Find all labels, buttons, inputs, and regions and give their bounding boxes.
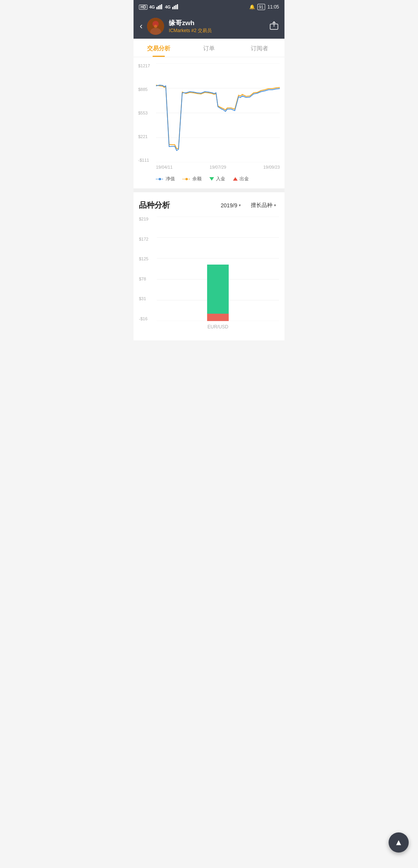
svg-rect-28 [207, 265, 229, 314]
date-dropdown-arrow: ▾ [239, 203, 241, 207]
type-filter-label: 擅长品种 [251, 202, 272, 209]
signal-4g-2: 4G [165, 5, 171, 9]
back-button[interactable]: ‹ [140, 21, 142, 31]
type-filter-dropdown[interactable]: 擅长品种 ▾ [248, 200, 279, 210]
bar-chart-y-labels: -$16 $31 $78 $125 $172 $219 [139, 217, 157, 321]
withdrawal-icon [233, 177, 238, 181]
svg-rect-4 [172, 7, 173, 9]
mute-icon: 🔔 [249, 4, 255, 10]
svg-rect-5 [174, 6, 175, 9]
tab-trading-analysis[interactable]: 交易分析 [134, 39, 184, 57]
type-dropdown-arrow: ▾ [274, 203, 276, 207]
legend-withdrawal-label: 出金 [240, 176, 249, 182]
time-display: 11:05 [267, 4, 279, 10]
svg-rect-0 [156, 7, 158, 9]
bar-chart-x-labels: EUR/USD [157, 321, 279, 333]
y-label-2: $885 [138, 87, 156, 92]
bar-y-label-2: $172 [139, 237, 157, 241]
analysis-controls: 2019/9 ▾ 擅长品种 ▾ [218, 200, 279, 210]
x-label-2: 19/07/29 [210, 165, 226, 169]
tabs: 交易分析 订单 订阅者 [134, 39, 284, 57]
date-filter-dropdown[interactable]: 2019/9 ▾ [218, 201, 244, 210]
svg-rect-6 [175, 5, 176, 9]
svg-rect-2 [159, 5, 161, 9]
battery-indicator: 91 [257, 4, 265, 10]
legend-deposit-label: 入金 [216, 176, 225, 182]
user-name: 缘哥zwh [169, 19, 265, 27]
legend-equity-label: 净值 [166, 176, 175, 182]
header: ‹ 缘哥zwh ICMarkets #2 交易员 [134, 14, 284, 39]
bar-y-label-6: -$16 [139, 316, 157, 321]
section-divider [134, 188, 284, 192]
chart-legend: 净值 余额 入金 出金 [138, 172, 280, 185]
header-info: 缘哥zwh ICMarkets #2 交易员 [169, 19, 265, 34]
signal-bars [156, 4, 163, 10]
line-chart-area: -$111 $221 $553 $885 $1217 19/04/11 [138, 63, 280, 172]
y-label-1: $1217 [138, 63, 156, 68]
bar-chart-svg [157, 217, 279, 321]
analysis-title: 品种分析 [139, 200, 170, 210]
status-bar: HD 4G 4G 🔔 91 11:05 [134, 0, 284, 14]
chart-x-labels: 19/04/11 19/07/29 19/09/23 [156, 162, 280, 172]
chart-svg [156, 63, 280, 162]
bar-y-label-3: $125 [139, 256, 157, 261]
y-label-5: -$111 [138, 158, 156, 162]
legend-deposit: 入金 [209, 176, 225, 182]
chart-y-labels: -$111 $221 $553 $885 $1217 [138, 63, 156, 162]
svg-rect-7 [177, 4, 178, 9]
svg-rect-29 [207, 314, 229, 321]
hd-badge: HD [139, 5, 147, 10]
deposit-icon [209, 177, 214, 181]
user-subtitle: ICMarkets #2 交易员 [169, 27, 265, 34]
y-label-3: $553 [138, 111, 156, 115]
x-label-3: 19/09/23 [263, 165, 280, 169]
analysis-header: 品种分析 2019/9 ▾ 擅长品种 ▾ [139, 200, 279, 210]
x-label-1: 19/04/11 [156, 165, 173, 169]
svg-point-21 [185, 178, 188, 180]
tab-orders[interactable]: 订单 [184, 39, 234, 57]
bar-chart-section: 品种分析 2019/9 ▾ 擅长品种 ▾ -$16 $31 $78 $125 $… [134, 192, 284, 340]
svg-rect-1 [158, 6, 159, 9]
y-label-4: $221 [138, 134, 156, 139]
line-chart-section: -$111 $221 $553 $885 $1217 19/04/11 [134, 57, 284, 188]
status-right: 🔔 91 11:05 [249, 4, 279, 10]
signal-4g-1: 4G [149, 5, 155, 9]
date-filter-label: 2019/9 [221, 202, 237, 208]
bar-y-label-5: $31 [139, 296, 157, 301]
avatar [147, 18, 164, 35]
legend-balance-label: 余额 [192, 176, 202, 182]
bar-chart-area: -$16 $31 $78 $125 $172 $219 [139, 217, 279, 333]
share-button[interactable] [270, 21, 278, 32]
broker-name: ICMarkets #2 [169, 28, 196, 33]
legend-balance: 余额 [183, 176, 202, 182]
legend-withdrawal: 出金 [233, 176, 249, 182]
svg-point-11 [154, 25, 157, 28]
bar-x-label-eurusd: EUR/USD [207, 324, 228, 330]
svg-rect-3 [161, 4, 162, 9]
svg-point-19 [159, 178, 161, 180]
bar-y-label-1: $219 [139, 217, 157, 221]
role-label: 交易员 [198, 28, 212, 33]
tab-subscribers[interactable]: 订阅者 [234, 39, 284, 57]
legend-equity: 净值 [156, 176, 175, 182]
status-left: HD 4G 4G [139, 4, 179, 10]
signal-bars-2 [172, 4, 179, 10]
bar-y-label-4: $78 [139, 277, 157, 281]
